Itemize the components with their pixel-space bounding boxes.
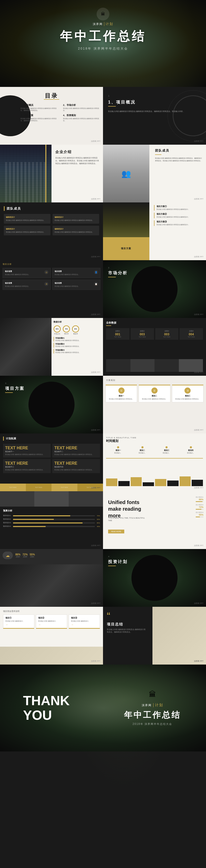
- cover-main-title: 年中工作总结 2018年 演界网半年总结大会: [26, 28, 180, 51]
- slide-project-overview: 1 1、项目概况 双击输入内容,编辑框设计类简及合,编辑框设计类简及合。编辑框设…: [103, 87, 206, 145]
- toc-bottom-logo: 演界网 PPT: [91, 140, 100, 143]
- inv-arrow-1: →: [5, 623, 32, 626]
- timeline-items: 规划一 双击输入。 规划二 双击输入。 规划三 双击输入。 规划四 双击输入。: [106, 446, 203, 454]
- timeline-bottom-logo: 演界网 PPT: [194, 487, 203, 489]
- detail-label-1: 规划细节一: [5, 451, 49, 453]
- proj-card-4-icon: 📋: [94, 282, 98, 286]
- proj-card-2-title: 项目背景: [55, 270, 98, 273]
- plan-card-3-text: 双击输入内容,编辑框设计类简及合。: [174, 398, 201, 400]
- invest-bottom-photo: [0, 647, 103, 664]
- bar-1: [106, 478, 117, 486]
- invest-section-bottom-logo: 演界网 PPT: [194, 602, 203, 605]
- proj-card-3-icon: ⚙: [44, 282, 48, 286]
- end-title: 年中工作总结: [124, 710, 181, 721]
- budget-bar-wrap-4: [13, 526, 95, 527]
- proj-card-1-icon: ◎: [44, 270, 48, 274]
- plan-cards-label: 方案规划: [106, 379, 115, 381]
- pct-label-3: 占比C: [30, 556, 35, 558]
- cover-subtitle: 2018年 演界网半年总结大会: [26, 46, 180, 51]
- laptop-visual: [0, 318, 51, 376]
- pct-label-2: 占比B: [23, 556, 28, 558]
- num-value-4: 004: [182, 333, 201, 336]
- row-team-dark-projects: 团队成员 编辑框设计 双击输入内容,编辑框设计类简及合,编辑框设计类简及合。 编…: [0, 203, 206, 260]
- persons-img: [103, 145, 149, 203]
- pct-items: 86% 占比A 72% 占比B 55% 占比C: [16, 553, 35, 558]
- end-logo-symbol: 🏛: [149, 690, 156, 699]
- toc-num-4: 4、投资规划: [63, 114, 100, 117]
- timeline-title: 时间规划: [106, 439, 136, 443]
- budget-item-4: 预算项目04 40%: [3, 525, 100, 528]
- team-card-2: 编辑框设计 双击输入内容,编辑框设计类简及合,编辑框设计类简及合。: [53, 214, 99, 224]
- proj-text-1: 双击输入内容,编辑框设计类简及合,编辑框设计。: [157, 208, 203, 211]
- unified-stats: 统计项目01 86% 统计项目02 72% 统计项目03 55%: [196, 496, 203, 517]
- proj-item-3: 项目方案③ 双击输入内容,编辑框设计类简及合,编辑框设计。: [154, 220, 203, 226]
- overview-deco: [108, 106, 116, 106]
- mi-text-3: 双击输入内容,编辑框设计类简及合。: [55, 351, 103, 353]
- unified-sub-text: TITLE & BEAUTIFUL TIME, TITLE & BEAUTIFU…: [108, 517, 149, 522]
- stat-label-3: 统计项目03: [196, 512, 203, 514]
- plan-cards-bottom-logo: 演界网 PPT: [194, 429, 203, 431]
- invest-items: 项目① 双击输入内容,编辑框设计。 → 项目② 双击输入内容,编辑框设计。 → …: [3, 615, 100, 629]
- numbers-grid: 业绩01 001 TEXT HERE 业绩02 003 TEXT HERE 业绩…: [106, 328, 203, 340]
- stat-bar-1: [196, 501, 203, 502]
- numbers-bottom: [106, 359, 203, 372]
- team-content: 团队成员 双击输入内容,编辑框设计类简及合,编辑框设计类简及合。编辑框设计类简及…: [152, 145, 206, 203]
- toc-desc-1: 双击输入内容,编辑框设计类简及合,编辑框设计类简及合。编辑框设计类简及合。: [21, 107, 58, 112]
- tl-text-1: 双击输入。: [106, 452, 130, 454]
- summary-notes-visual: [152, 607, 206, 664]
- detail-item-1: TEXT HERE 规划细节一 双击输入内容,编辑框设计类简及合,编辑框设计类简…: [3, 444, 51, 458]
- market-chart-title: 数据分析: [54, 320, 103, 323]
- city-image: [103, 203, 149, 237]
- timeline-line: [106, 458, 203, 459]
- market-item-3: 市场份额03 双击输入内容,编辑框设计类简及合。: [54, 349, 103, 353]
- cloud-section: ☁ 86% 占比A 72% 占比B 55% 占比C: [3, 552, 100, 559]
- tl-dot-2: [141, 446, 144, 448]
- toc-desc-2: 双击输入内容,编辑框设计类简及合,编辑框设计类简及合。: [63, 107, 100, 112]
- num-label-1: 业绩01: [108, 330, 127, 332]
- stat-bar-fill-3: [196, 517, 200, 517]
- timeline-container: 规划一 双击输入。 规划二 双击输入。 规划三 双击输入。 规划四 双击输入。: [106, 446, 203, 462]
- brand-name: 演界网 计划: [93, 22, 113, 26]
- pct-val-3: 55%: [30, 553, 35, 556]
- plan-text: 计划: [106, 22, 113, 26]
- market-section-bottom-logo: 演界网 PPT: [194, 313, 203, 316]
- end-subtitle: 2018年 演界网半年总结大会: [132, 722, 172, 726]
- detail-num-3: TEXT HERE: [5, 461, 49, 466]
- overview-section-num: 1: [108, 95, 110, 97]
- plan-section-deco: [5, 392, 13, 393]
- project-grid-title: 项目分析: [3, 263, 12, 266]
- plan-circle: [28, 381, 75, 428]
- toc-deco: [44, 99, 59, 100]
- proj-card-4: 项目背景 双击输入内容,编辑框设计类简及合。 📋: [52, 280, 100, 290]
- plan-details-title: 计划拓展: [6, 437, 16, 440]
- slide-plan-cards: 方案规划 ① 规划一 双击输入内容,编辑框设计类简及合。 ② 规划二 双击输入内…: [103, 376, 206, 433]
- toc-row-2: 3、项目方案 双击输入内容,编辑框设计类简及合,编辑框设计类简及合。编辑框设计类…: [21, 114, 100, 122]
- plan-cards-row: ① 规划一 双击输入内容,编辑框设计类简及合。 ② 规划二 双击输入内容,编辑框…: [106, 385, 203, 402]
- team-card-3-text: 双击输入内容,编辑框设计类简及合,编辑框设计类简及合。: [6, 231, 48, 234]
- market-section-deco: [108, 277, 116, 277]
- unified-read-more-btn[interactable]: READ MORE: [108, 530, 124, 533]
- pct-val-1: 86%: [16, 553, 21, 556]
- plan-details-bottom-logo: 演界网 PPT: [91, 487, 100, 489]
- row-plan-section-cards: 3 项目方案 演界网 PPT 方案规划 ① 规划一 双击输入内容,编辑框设计类简…: [0, 376, 206, 433]
- project-label: 项目方案: [121, 247, 131, 250]
- slide-toc: 目录 1、项目概况 双击输入内容,编辑框设计类简及合,编辑框设计类简及合。编辑框…: [0, 87, 103, 145]
- bar-seg-1: TEXT HERE: [0, 484, 26, 491]
- brand-divider: [104, 22, 104, 26]
- brand-text: 演界网: [93, 22, 103, 26]
- invest-circle: [131, 555, 178, 601]
- inv-card-2: 项目② 双击输入内容,编辑框设计。 →: [36, 615, 67, 629]
- team-card-4-title: 编辑框设计: [55, 228, 97, 230]
- detail-item-2: TEXT HERE 规划细节二 双击输入内容,编辑框设计类简及合,编辑框设计类简…: [52, 444, 100, 458]
- stat-label-2: 统计项目02: [196, 504, 203, 506]
- persons-visual: [103, 145, 149, 203]
- inv-text-1: 双击输入内容,编辑框设计。: [5, 620, 32, 622]
- stat-value-2: 72%: [196, 506, 203, 508]
- tl-dot-3: [165, 446, 168, 448]
- plan-details-gold-bar: [3, 437, 4, 441]
- project-items-right: 项目方案① 双击输入内容,编辑框设计类简及合,编辑框设计。 项目方案② 双击输入…: [151, 203, 206, 260]
- detail-num-2: TEXT HERE: [54, 446, 98, 451]
- end-logo-area: 🏛: [149, 690, 156, 700]
- proj-item-2: 项目方案② 双击输入内容,编辑框设计类简及合,编辑框设计。: [154, 213, 203, 218]
- pct-val-2: 72%: [23, 553, 28, 556]
